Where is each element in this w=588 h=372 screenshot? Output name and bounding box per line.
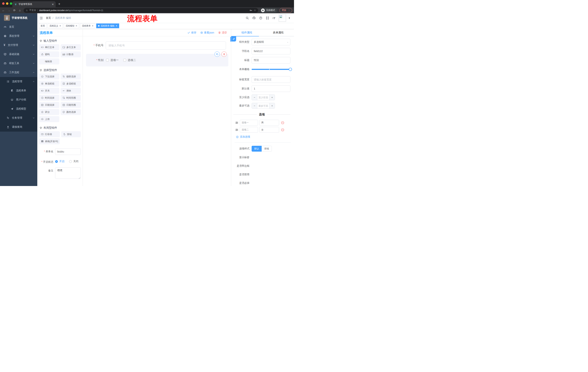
- style-button-button[interactable]: 按钮: [262, 146, 272, 152]
- radio-on[interactable]: [55, 160, 58, 163]
- palette-item-row-container[interactable]: 行容器: [39, 131, 60, 137]
- palette-item-counter[interactable]: 123计数器: [61, 51, 81, 57]
- radio-on-label[interactable]: 开启: [59, 160, 64, 163]
- field-name-input[interactable]: [252, 48, 290, 54]
- palette-item-password[interactable]: 密码: [39, 51, 59, 57]
- add-option-button[interactable]: 添加选项: [236, 135, 294, 138]
- palette-item-cascader[interactable]: 级联选择: [61, 74, 81, 80]
- option-value-input[interactable]: [259, 127, 279, 133]
- radio-off-label[interactable]: 关闭: [73, 160, 78, 163]
- sidebar-item-task-manage[interactable]: 任务管理: [0, 113, 37, 122]
- back-icon[interactable]: ←: [2, 9, 5, 12]
- remove-option-button[interactable]: [281, 128, 284, 132]
- canvas-body[interactable]: 手机号 性别 选项一 选项二: [83, 36, 231, 186]
- sidebar-item-infrastructure[interactable]: 基础设施: [0, 50, 37, 59]
- sidebar-item-flow-model[interactable]: 流程模型: [0, 104, 37, 113]
- browser-update-button[interactable]: 更新 ⋮: [279, 8, 292, 13]
- link-icon[interactable]: [231, 36, 236, 42]
- window-controls[interactable]: [2, 2, 12, 5]
- palette-item-multi-text[interactable]: 多行文本: [61, 44, 81, 50]
- tab-form-props[interactable]: 表单属性: [263, 29, 294, 36]
- sidebar-item-payment[interactable]: ¥ 支付管理: [0, 41, 37, 50]
- sidebar-item-system[interactable]: 系统管理: [0, 32, 37, 41]
- option-label-input[interactable]: [240, 127, 258, 133]
- slider-handle[interactable]: [289, 68, 292, 71]
- maximize-window-button[interactable]: [10, 2, 12, 5]
- label-width-input[interactable]: [252, 76, 290, 83]
- text-size-icon[interactable]: TT: [273, 17, 275, 20]
- question-icon[interactable]: [259, 16, 262, 20]
- increase-button[interactable]: +: [269, 95, 275, 100]
- delete-field-button[interactable]: [221, 52, 227, 57]
- checkbox[interactable]: [106, 59, 109, 62]
- palette-item-switch[interactable]: 开关: [39, 88, 59, 94]
- tab-component-props[interactable]: 组件属性: [231, 29, 263, 36]
- bookmark-star-icon[interactable]: ☆: [254, 9, 256, 12]
- phone-input[interactable]: [106, 41, 226, 50]
- security-warning-icon[interactable]: ⚠: [26, 9, 28, 12]
- title-input[interactable]: [252, 57, 290, 64]
- refresh-icon[interactable]: ⟳: [13, 9, 16, 12]
- palette-item-select[interactable]: 下拉选择: [39, 74, 59, 80]
- increase-button[interactable]: +: [269, 103, 275, 108]
- palette-item-date-range[interactable]: 日期范围: [61, 102, 81, 108]
- drag-handle-icon[interactable]: [235, 121, 238, 124]
- option-label-input[interactable]: [240, 120, 258, 126]
- decrease-button[interactable]: −: [252, 103, 257, 108]
- palette-item-checkbox-group[interactable]: 多选框组: [61, 81, 81, 87]
- palette-item-color-picker[interactable]: 颜色选择: [61, 109, 81, 115]
- close-icon[interactable]: ✕: [116, 25, 117, 27]
- address-bar[interactable]: ⚠ 不安全 dashboard.yudao.iocoder.cn/bpm/man…: [24, 8, 258, 13]
- canvas-field-phone[interactable]: 手机号: [86, 41, 228, 50]
- collapse-sidebar-icon[interactable]: [40, 16, 43, 20]
- canvas-field-gender-selected[interactable]: 性别 选项一 选项二: [86, 54, 228, 66]
- tag-flow-form-edit[interactable]: 流程表单-编辑✕: [96, 23, 119, 28]
- remove-option-button[interactable]: [281, 121, 284, 125]
- duplicate-field-button[interactable]: [214, 52, 220, 57]
- key-icon[interactable]: [249, 9, 252, 12]
- tag-flow-definition[interactable]: 流程定义✕: [48, 23, 63, 28]
- avatar[interactable]: [279, 14, 286, 22]
- palette-item-editor[interactable]: 编辑器: [39, 58, 59, 64]
- sidebar-item-flow-manage[interactable]: 流程管理: [0, 77, 37, 86]
- close-icon[interactable]: ✕: [59, 25, 61, 27]
- close-icon[interactable]: ✕: [75, 25, 77, 27]
- grid-slider[interactable]: [252, 66, 290, 73]
- view-json-button[interactable]: 查看json: [200, 31, 214, 34]
- minimize-window-button[interactable]: [6, 2, 8, 5]
- form-name-input[interactable]: [55, 148, 81, 155]
- sidebar-item-home[interactable]: 首页: [0, 22, 37, 32]
- palette-item-table[interactable]: 表格[开发中]: [39, 138, 60, 144]
- gender-option-2[interactable]: 选项二: [123, 58, 136, 62]
- tag-flow-model[interactable]: 流程模型✕: [64, 23, 79, 28]
- max-select-input[interactable]: [257, 103, 269, 108]
- min-select-input[interactable]: [257, 95, 269, 100]
- palette-item-date-picker[interactable]: 日期选择: [39, 102, 59, 108]
- resize-grip-icon[interactable]: [79, 177, 80, 179]
- radio-off[interactable]: [69, 160, 72, 163]
- avatar-dropdown-caret-icon[interactable]: ▼: [288, 17, 290, 19]
- tag-flow-form[interactable]: 流程表单✕: [80, 23, 95, 28]
- style-default-button[interactable]: 默认: [252, 146, 262, 152]
- browser-menu-icon[interactable]: ⋮: [288, 9, 290, 12]
- sidebar-item-user-group[interactable]: 用户分组: [0, 95, 37, 104]
- gender-option-1[interactable]: 选项一: [106, 58, 119, 62]
- option-value-input[interactable]: [259, 120, 279, 126]
- home-icon[interactable]: ⌂: [18, 9, 21, 12]
- save-button[interactable]: 保存: [187, 31, 196, 34]
- palette-item-single-text[interactable]: 单行文本: [39, 44, 59, 50]
- new-tab-button[interactable]: +: [58, 2, 60, 6]
- default-value-input[interactable]: [252, 85, 290, 92]
- sidebar-item-dev-tools[interactable]: 研发工具: [0, 59, 37, 68]
- close-tab-icon[interactable]: ✕: [52, 3, 54, 6]
- close-window-button[interactable]: [2, 2, 5, 5]
- palette-item-time-picker[interactable]: 时间选择: [39, 95, 59, 101]
- drag-handle-icon[interactable]: [235, 128, 238, 131]
- palette-item-radio-group[interactable]: 单选框组: [39, 81, 59, 87]
- breadcrumb-home[interactable]: 首页: [46, 16, 51, 20]
- sidebar-item-leave-query[interactable]: 请假查询: [0, 122, 37, 132]
- close-icon[interactable]: ✕: [92, 25, 94, 27]
- form-remark-textarea[interactable]: 嘿嘿: [55, 167, 81, 179]
- component-type-select[interactable]: [252, 39, 290, 45]
- url-text[interactable]: dashboard.yudao.iocoder.cn/bpm/manager/f…: [39, 9, 248, 12]
